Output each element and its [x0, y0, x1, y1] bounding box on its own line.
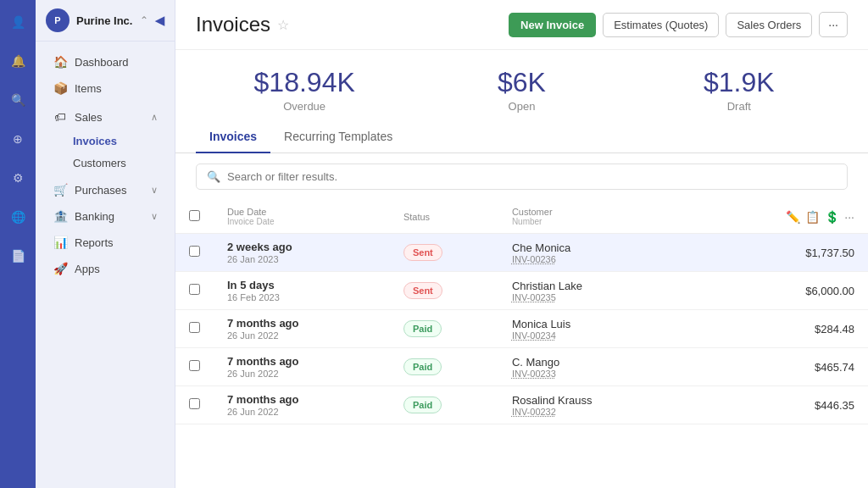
row-checkbox-2[interactable] [189, 322, 200, 333]
due-date-cell: 7 months ago 26 Jun 2022 [214, 386, 390, 424]
col-header-amount: ✏️ 📋 💲 ··· [715, 200, 868, 234]
customer-invoice-number[interactable]: INV-00233 [512, 369, 702, 379]
sidebar-child-invoices[interactable]: Invoices [64, 130, 170, 152]
apps-icon: 🚀 [53, 262, 68, 275]
sidebar-label-banking: Banking [75, 210, 114, 223]
search-icon: 🔍 [207, 170, 220, 183]
dollar-action-icon[interactable]: 💲 [825, 210, 839, 224]
row-checkbox-1[interactable] [189, 284, 200, 295]
more-row-action-icon[interactable]: ··· [844, 210, 854, 224]
amount-cell: $284.48 [715, 310, 868, 348]
select-all-checkbox[interactable] [189, 210, 200, 221]
sidebar-item-items[interactable]: 📦 Items [41, 75, 170, 101]
search-wrap: 🔍 [196, 164, 848, 190]
sidebar-label-dashboard: Dashboard [75, 56, 129, 69]
estimates-button[interactable]: Estimates (Quotes) [603, 13, 719, 37]
customer-invoice-number[interactable]: INV-00234 [512, 330, 702, 341]
settings-nav-icon[interactable]: ⚙ [6, 166, 30, 190]
globe-nav-icon[interactable]: 🌐 [6, 205, 30, 229]
plus-nav-icon[interactable]: ⊕ [6, 127, 30, 151]
bell-icon[interactable]: 🔔 [6, 49, 30, 73]
user-icon[interactable]: 👤 [6, 10, 30, 34]
status-cell: Paid [390, 386, 498, 424]
stats-bar: $18.94K Overdue $6K Open $1.9K Draft [175, 50, 868, 121]
customer-cell: Monica Luis INV-00234 [498, 310, 715, 348]
sidebar-nav: 🏠 Dashboard 📦 Items 🏷 Sales ∧ Invoices [36, 42, 175, 488]
company-name: Purine Inc. [76, 14, 133, 27]
main-sidebar: P Purine Inc. ⌃ ◀ 🏠 Dashboard 📦 Items 🏷 … [36, 0, 175, 488]
sidebar-label-purchases: Purchases [75, 184, 126, 197]
sales-orders-button[interactable]: Sales Orders [726, 13, 812, 37]
new-invoice-button[interactable]: New Invoice [509, 13, 596, 37]
sales-children: Invoices Customers [36, 130, 175, 174]
amount-value: $465.74 [815, 361, 854, 374]
sidebar-label-sales: Sales [75, 111, 103, 124]
due-date-main: In 5 days [227, 279, 376, 291]
table-row: 2 weeks ago 26 Jan 2023 Sent Che Monica … [175, 234, 868, 272]
sidebar-item-apps[interactable]: 🚀 Apps [41, 256, 170, 281]
amount-value: $446.35 [815, 399, 854, 412]
stat-open: $6K Open [413, 67, 630, 113]
sidebar-label-apps: Apps [75, 263, 100, 275]
stat-overdue: $18.94K Overdue [196, 67, 413, 113]
customer-name: Christian Lake [512, 280, 702, 292]
sales-icon: 🏷 [53, 110, 68, 124]
tabs-bar: Invoices Recurring Templates [175, 121, 868, 153]
due-date-cell: 7 months ago 26 Jun 2022 [214, 310, 390, 348]
sidebar-group-sales-header[interactable]: 🏷 Sales ∧ [41, 104, 170, 130]
stat-overdue-value: $18.94K [196, 67, 413, 98]
row-checkbox-4[interactable] [189, 398, 200, 409]
amount-cell: $446.35 [715, 386, 868, 424]
topbar: Invoices ☆ New Invoice Estimates (Quotes… [175, 0, 868, 50]
customer-invoice-number[interactable]: INV-00235 [512, 292, 702, 302]
amount-cell: $6,000.00 [715, 272, 868, 310]
company-header[interactable]: P Purine Inc. ⌃ ◀ [36, 0, 175, 42]
stat-draft-label: Draft [631, 100, 848, 113]
doc-nav-icon[interactable]: 📄 [6, 244, 30, 268]
status-cell: Sent [390, 272, 498, 310]
table-row: 7 months ago 26 Jun 2022 Paid C. Mango I… [175, 348, 868, 386]
col-header-status: Status [390, 200, 498, 234]
row-checkbox-0[interactable] [189, 246, 200, 257]
sidebar-item-reports[interactable]: 📊 Reports [41, 230, 170, 255]
search-bar: 🔍 [175, 153, 868, 200]
table-wrap: Due Date Invoice Date Status Customer Nu… [175, 200, 868, 488]
due-date-cell: 7 months ago 26 Jun 2022 [214, 348, 390, 386]
customer-invoice-number[interactable]: INV-00236 [512, 254, 702, 264]
sidebar-child-customers[interactable]: Customers [64, 152, 170, 174]
stat-draft: $1.9K Draft [631, 67, 848, 113]
purchases-chevron-icon: ∨ [151, 185, 158, 196]
tab-invoices[interactable]: Invoices [196, 121, 270, 153]
sidebar-label-invoices: Invoices [73, 135, 117, 147]
amount-value: $6,000.00 [805, 285, 854, 297]
due-date-cell: 2 weeks ago 26 Jan 2023 [214, 234, 390, 272]
search-nav-icon[interactable]: 🔍 [6, 88, 30, 112]
row-checkbox-3[interactable] [189, 360, 200, 371]
status-cell: Paid [390, 310, 498, 348]
table-row: 7 months ago 26 Jun 2022 Paid Monica Lui… [175, 310, 868, 348]
sidebar-group-banking[interactable]: 🏦 Banking ∨ [41, 203, 170, 229]
edit-action-icon[interactable]: ✏️ [786, 210, 800, 224]
sidebar-group-purchases[interactable]: 🛒 Purchases ∨ [41, 177, 170, 202]
customer-invoice-number[interactable]: INV-00232 [512, 407, 702, 417]
more-button[interactable]: ··· [819, 12, 848, 37]
tab-recurring[interactable]: Recurring Templates [270, 121, 406, 153]
search-input[interactable] [227, 170, 837, 183]
favorite-star-icon[interactable]: ☆ [277, 17, 289, 33]
company-logo: P [46, 8, 70, 32]
invoices-table: Due Date Invoice Date Status Customer Nu… [175, 200, 868, 424]
sidebar-item-dashboard[interactable]: 🏠 Dashboard [41, 49, 170, 75]
due-date-cell: In 5 days 16 Feb 2023 [214, 272, 390, 310]
amount-cell: $1,737.50 [715, 234, 868, 272]
icon-sidebar: 👤 🔔 🔍 ⊕ ⚙ 🌐 📄 [0, 0, 36, 488]
stat-draft-value: $1.9K [631, 67, 848, 98]
purchases-icon: 🛒 [53, 183, 68, 197]
status-badge: Paid [403, 396, 442, 413]
amount-cell: $465.74 [715, 348, 868, 386]
col-header-due-date: Due Date Invoice Date [214, 200, 390, 234]
sidebar-label-customers: Customers [73, 157, 126, 169]
customer-name: Monica Luis [512, 318, 702, 330]
copy-action-icon[interactable]: 📋 [805, 210, 820, 224]
invoice-date: 26 Jan 2023 [227, 254, 376, 264]
sales-chevron-icon: ∧ [151, 112, 158, 123]
